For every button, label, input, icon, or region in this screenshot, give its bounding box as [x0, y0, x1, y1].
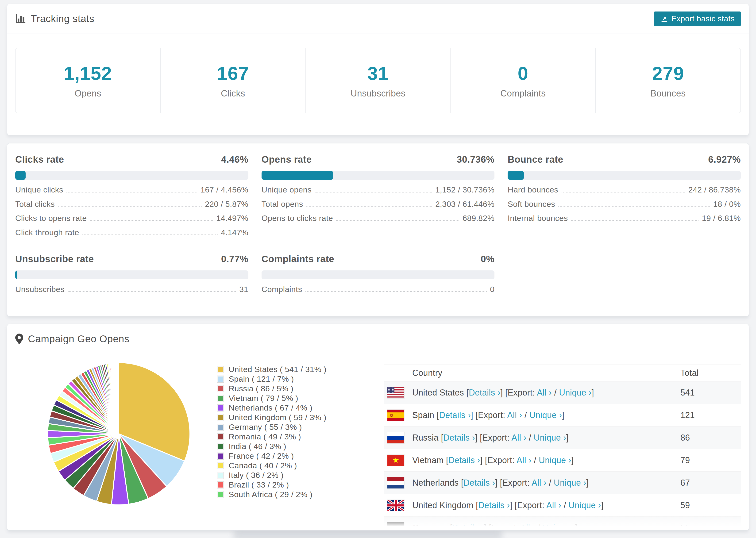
export-all-link[interactable]: All ›	[546, 501, 561, 510]
export-unique-link[interactable]: Unique ›	[534, 433, 566, 443]
rate-row-value: 0	[490, 285, 495, 294]
rate-row: Unsubscribes31	[15, 285, 248, 294]
rate-head: Unsubscribe rate0.77%	[15, 254, 248, 264]
legend-label: Germany ( 55 / 3% )	[229, 422, 302, 432]
legend-item: Romania ( 49 / 3% )	[217, 432, 326, 442]
details-link[interactable]: Details ›	[478, 501, 510, 510]
gb-flag-icon	[387, 500, 404, 511]
dotted-leader	[68, 291, 236, 292]
stat-label: Bounces	[651, 88, 686, 99]
legend-label: Netherlands ( 67 / 4% )	[229, 403, 312, 412]
export-all-link[interactable]: All ›	[507, 410, 522, 420]
slash: /	[526, 433, 534, 443]
summary-stats: 1,152Opens167Clicks31Unsubscribes0Compla…	[15, 48, 741, 113]
complaints-rate-progress-bar	[261, 270, 495, 279]
bracket: ] [Export:	[484, 523, 520, 531]
rate-value: 30.736%	[457, 154, 495, 165]
export-unique-link[interactable]: Unique ›	[568, 501, 601, 510]
table-row-vn: Vietnam [Details ›] [Export: All › / Uni…	[384, 449, 741, 471]
bracket: ]	[571, 456, 573, 465]
es-flag-icon	[387, 409, 404, 421]
legend-label: India ( 46 / 3% )	[229, 442, 286, 451]
table-row-ru: Russia [Details ›] [Export: All › / Uniq…	[384, 426, 741, 449]
export-all-link[interactable]: All ›	[516, 456, 531, 465]
export-all-link[interactable]: All ›	[512, 433, 527, 443]
legend-swatch	[217, 395, 224, 402]
rate-row-label: Clicks to opens rate	[15, 214, 87, 223]
stat-value: 0	[518, 63, 528, 84]
legend-label: Romania ( 49 / 3% )	[229, 432, 301, 441]
bracket: ] [Export:	[495, 478, 531, 488]
legend-swatch	[217, 434, 224, 440]
rate-value: 0%	[481, 254, 495, 264]
export-unique-link[interactable]: Unique ›	[529, 410, 562, 420]
export-unique-link[interactable]: Unique ›	[539, 456, 571, 465]
stat-box-bounces: 279Bounces	[596, 48, 740, 113]
bracket: ] [Export:	[510, 501, 546, 510]
details-link[interactable]: Details ›	[449, 456, 480, 465]
rate-row: Total opens2,303 / 61.446%	[261, 200, 495, 208]
stat-box-complaints: 0Complaints	[451, 48, 596, 113]
stat-label: Clicks	[221, 88, 245, 99]
rate-row-value: 689.82%	[462, 214, 495, 223]
rate-row: Unique clicks167 / 4.456%	[15, 186, 248, 194]
rate-head: Bounce rate6.927%	[508, 154, 741, 165]
details-link[interactable]: Details ›	[443, 433, 475, 443]
page-title: Tracking stats	[31, 13, 94, 25]
rate-block-unsubscribe-rate: Unsubscribe rate0.77%Unsubscribes31	[15, 254, 248, 294]
slash: /	[552, 388, 559, 398]
legend-item: India ( 46 / 3% )	[217, 442, 326, 451]
export-all-link[interactable]: All ›	[520, 523, 536, 531]
details-link[interactable]: Details ›	[463, 478, 495, 488]
rate-value: 4.46%	[221, 154, 248, 165]
rates-grid: Clicks rate4.46%Unique clicks167 / 4.456…	[15, 154, 741, 294]
bracket: ] [Export:	[480, 456, 516, 465]
tracking-stats-card: Tracking stats Export basic stats 1,152O…	[7, 4, 749, 135]
legend-swatch	[217, 472, 224, 479]
export-unique-link[interactable]: Unique ›	[543, 523, 575, 531]
legend-item: Netherlands ( 67 / 4% )	[217, 403, 326, 413]
table-row-us: United States [Details ›] [Export: All ›…	[384, 381, 741, 404]
legend-swatch	[217, 491, 224, 498]
export-unique-link[interactable]: Unique ›	[554, 478, 586, 488]
rate-row: Complaints0	[261, 285, 495, 294]
progress-fill	[15, 171, 26, 180]
rate-row-value: 2,303 / 61.446%	[435, 200, 495, 208]
dotted-leader	[315, 192, 432, 192]
country-cell: Vietnam [Details ›] [Export: All › / Uni…	[412, 456, 573, 465]
export-basic-stats-button[interactable]: Export basic stats	[654, 12, 741, 26]
dotted-leader	[571, 220, 699, 221]
geo-opens-card: Campaign Geo Opens United States ( 541 /…	[7, 324, 749, 530]
rate-row-label: Complaints	[261, 285, 302, 294]
export-unique-link[interactable]: Unique ›	[559, 388, 591, 398]
stat-label: Unsubscribes	[351, 88, 405, 99]
export-all-link[interactable]: All ›	[537, 388, 552, 398]
rate-row: Click through rate4.147%	[15, 228, 248, 237]
rate-title: Complaints rate	[261, 254, 334, 264]
rate-row-value: 167 / 4.456%	[200, 186, 248, 194]
country-cell: United States [Details ›] [Export: All ›…	[412, 388, 594, 398]
bracket: [	[461, 478, 463, 488]
rate-block-clicks-rate: Clicks rate4.46%Unique clicks167 / 4.456…	[15, 154, 248, 237]
clicks-rate-progress-bar	[15, 171, 248, 180]
rate-value: 0.77%	[221, 254, 248, 264]
details-link[interactable]: Details ›	[439, 410, 471, 420]
country-name: Spain	[412, 410, 437, 420]
rate-row-label: Unique opens	[261, 186, 311, 194]
bracket: [	[466, 388, 469, 398]
rate-row: Soft bounces18 / 0%	[508, 200, 741, 208]
bracket: ]	[575, 523, 577, 531]
details-link[interactable]: Details ›	[453, 523, 484, 531]
total-cell: 79	[680, 456, 690, 465]
rate-row: Total clicks220 / 5.87%	[15, 200, 248, 208]
rate-row-value: 1,152 / 30.736%	[435, 186, 495, 194]
table-row-es: Spain [Details ›] [Export: All › / Uniqu…	[384, 404, 741, 426]
rate-row-label: Total opens	[261, 200, 303, 208]
country-name: Vietnam	[412, 456, 446, 465]
bracket: ]	[562, 410, 564, 420]
total-cell: 59	[680, 501, 690, 510]
de-flag-icon	[387, 522, 404, 531]
bracket: [	[476, 501, 478, 510]
export-all-link[interactable]: All ›	[531, 478, 547, 488]
details-link[interactable]: Details ›	[469, 388, 501, 398]
